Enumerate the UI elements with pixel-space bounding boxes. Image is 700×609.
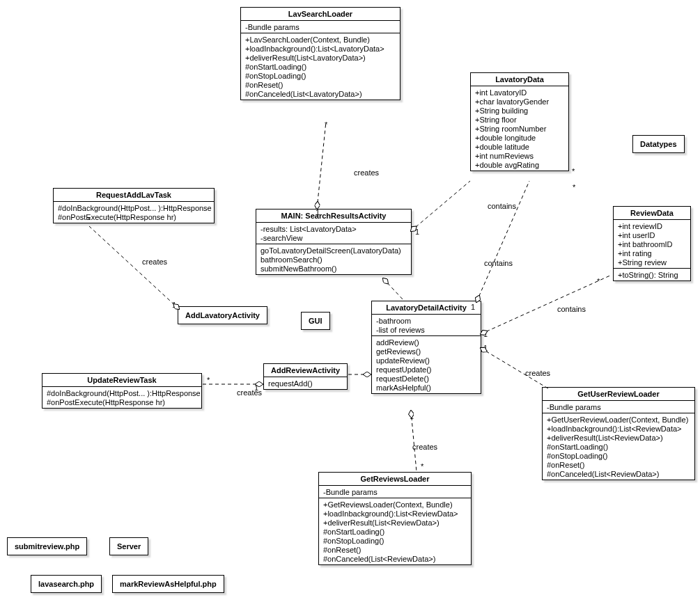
op: addReview() [376, 338, 476, 347]
op: +GetReviewsLoader(Context, Bundle) [323, 500, 467, 509]
mult: * [597, 277, 600, 285]
op: #onCanceled(List<ReviewData>) [547, 469, 690, 478]
op: +deliverResult(List<ReviewData>) [547, 433, 690, 442]
op: requestUpdate() [376, 365, 476, 374]
op: #onReset() [323, 545, 467, 554]
class-title: ReviewData [614, 207, 690, 220]
op: markAsHelpful() [376, 383, 476, 392]
op: +toString(): String [618, 270, 686, 279]
class-title: AddReviewActivity [264, 364, 347, 377]
mult: * [572, 167, 575, 175]
mult: * [325, 120, 327, 129]
svg-line-1 [411, 181, 470, 231]
op: #onStopLoading() [245, 71, 396, 80]
class-get-user-review-loader: GetUserReviewLoader -Bundle params +GetU… [542, 387, 695, 480]
class-title: LavSearchLoader [241, 8, 400, 21]
op: bathroomSearch() [260, 255, 407, 264]
op: #onPostExecute(HttpResponse hr) [47, 397, 197, 406]
class-request-add-lav-task: RequestAddLavTask #doInBackground(HttpPo… [53, 188, 215, 223]
op: #doInBackground(HttpPost... ):HttpRespon… [58, 203, 210, 212]
class-lavatory-data: LavatoryData +int LavatoryID +char lavat… [470, 72, 569, 171]
op: +loadInbackground():List<LavatoryData> [245, 44, 396, 53]
rel-label: contains [488, 202, 516, 210]
class-title: RequestAddLavTask [54, 189, 214, 202]
mult: * [88, 216, 91, 224]
note-gui: GUI [301, 312, 330, 330]
rel-label: creates [412, 443, 437, 451]
attr: +int reviewID [618, 221, 686, 230]
note-datatypes: Datatypes [632, 135, 685, 153]
op: #onReset() [245, 80, 396, 89]
mult: * [573, 183, 575, 191]
rel-label: contains [484, 259, 513, 267]
file-mark-review-helpful: markReviewAsHelpful.php [112, 575, 224, 593]
note-server: Server [109, 537, 148, 555]
attr: +int bathroomID [618, 239, 686, 248]
mult: * [207, 376, 210, 384]
svg-line-3 [481, 275, 612, 334]
rel-label: contains [557, 305, 586, 313]
mult: 1 [483, 344, 488, 352]
class-title: LavatoryData [471, 73, 568, 86]
attr: -Bundle params [547, 402, 690, 411]
file-lavasearch: lavasearch.php [31, 575, 102, 593]
op: #onReset() [547, 460, 690, 469]
attr: +double latitude [475, 142, 564, 151]
class-update-review-task: UpdateReviewTask #doInBackground(HttpPos… [42, 373, 202, 409]
mult: 1 [316, 208, 320, 216]
mult: 1 [410, 412, 414, 420]
attr: +char lavatoryGender [475, 97, 564, 106]
svg-line-9 [89, 226, 179, 309]
svg-line-2 [476, 181, 529, 302]
attr: +String building [475, 106, 564, 115]
mult: 1 [254, 383, 258, 392]
mult: 1 [483, 330, 488, 338]
op: #onPostExecute(HttpResponse hr) [58, 212, 210, 221]
class-title: MAIN: SearchResultsActivity [256, 209, 411, 223]
class-review-data: ReviewData +int reviewID +int userID +in… [613, 206, 691, 281]
rel-label: creates [525, 369, 550, 377]
rel-label: creates [142, 258, 167, 266]
op: #doInBackground(HttpPost... ):HttpRespon… [47, 388, 197, 397]
mult: 1 [172, 301, 176, 309]
file-submitreview: submitreview.php [7, 537, 87, 555]
attr: -results: List<LavatoryData> [260, 224, 407, 233]
attr: +int LavatoryID [475, 88, 564, 97]
op: #onStartLoading() [323, 527, 467, 536]
attr: +int rating [618, 248, 686, 258]
op: submitNewBathroom() [260, 264, 407, 273]
mult: 1 [471, 303, 475, 311]
mult: * [421, 462, 423, 470]
attr: +int userID [618, 230, 686, 239]
op: #onStartLoading() [547, 442, 690, 451]
attr: -searchView [260, 233, 407, 242]
attr: -Bundle params [245, 22, 396, 31]
attr: -list of reviews [376, 325, 476, 334]
class-add-lavatory-activity: AddLavatoryActivity [178, 306, 267, 324]
svg-line-0 [317, 122, 326, 209]
op: #onStopLoading() [323, 536, 467, 545]
class-lavatory-detail-activity: LavatoryDetailActivity -bathroom -list o… [371, 301, 481, 394]
attr: +int numReviews [475, 151, 564, 160]
attr: +String roomNumber [475, 124, 564, 133]
mult: 1 [415, 228, 419, 236]
class-title: GetReviewsLoader [319, 473, 471, 486]
attr: +String floor [475, 115, 564, 124]
class-title: LavatoryDetailActivity [372, 301, 481, 315]
op: #onCanceled(List<ReviewData>) [323, 554, 467, 563]
attr: +String review [618, 258, 686, 267]
op: #onStartLoading() [245, 62, 396, 71]
attr: -Bundle params [323, 487, 467, 496]
svg-line-6 [383, 278, 404, 301]
op: +deliverResult(List<LavatoryData>) [245, 53, 396, 62]
op: requestDelete() [376, 374, 476, 383]
op: #onCanceled(List<LavatoryData>) [245, 89, 396, 98]
op: getReviews() [376, 347, 476, 356]
op: goToLavatoryDetailScreen(LavatoryData) [260, 246, 407, 255]
class-search-results-activity: MAIN: SearchResultsActivity -results: Li… [256, 209, 412, 275]
op: +loadInbackground():List<ReviewData> [323, 509, 467, 518]
rel-label: creates [354, 168, 379, 177]
class-get-reviews-loader: GetReviewsLoader -Bundle params +GetRevi… [318, 472, 472, 565]
op: +loadInbackground():List<ReviewData> [547, 424, 690, 433]
class-lav-search-loader: LavSearchLoader -Bundle params +LavSearc… [240, 7, 400, 100]
